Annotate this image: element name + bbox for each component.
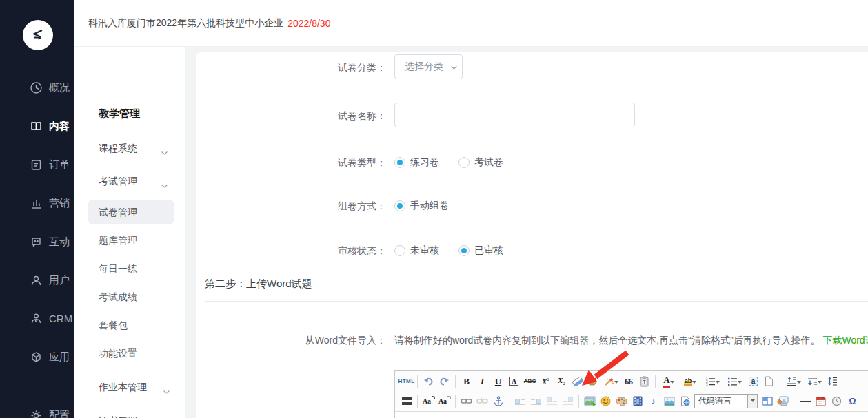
paper-name-input[interactable] [394, 103, 635, 127]
radio-practice-paper[interactable] [394, 157, 405, 168]
paper-category-select[interactable]: 选择分类 [394, 54, 463, 79]
float-right-icon[interactable] [560, 393, 576, 410]
radio-exam-paper[interactable] [458, 157, 470, 168]
inline-code-button[interactable]: a [745, 373, 761, 390]
undo-icon[interactable] [421, 373, 436, 390]
text-style-button[interactable]: A [506, 373, 522, 390]
subscript-button[interactable]: X2 [554, 373, 569, 390]
menu-group-label: 课程系统 [99, 143, 137, 155]
dropdown-caret[interactable] [670, 381, 674, 386]
sidebar-item-label: 概况 [49, 81, 70, 94]
indent-first-line-icon[interactable] [512, 393, 528, 410]
code-language-select[interactable]: 代码语言 [694, 394, 758, 408]
menu-item-daily-practice[interactable]: 每日一练 [99, 263, 137, 275]
menu-item-function-settings[interactable]: 功能设置 [99, 348, 137, 360]
dropdown-caret[interactable] [716, 381, 720, 386]
clean-broom-icon[interactable] [585, 373, 601, 390]
insert-table-icon[interactable] [759, 393, 775, 410]
boxed-a-icon: A [509, 377, 518, 386]
editor-toolbar-row2: Aa Aa ♪ [395, 391, 868, 411]
insert-gallery-icon[interactable] [661, 393, 677, 410]
highlight-color-button[interactable]: ab [679, 373, 701, 390]
menu-group-exam-management[interactable]: 考试管理 [99, 176, 137, 188]
menu-group-workbook-management[interactable]: 作业本管理 [99, 382, 147, 394]
special-char-omega-icon[interactable]: Ω [845, 393, 860, 410]
download-word-template-link[interactable]: 下载Word试 [822, 335, 868, 346]
sidebar-item-label: 用户 [49, 274, 70, 287]
insert-video-icon[interactable] [629, 393, 645, 410]
code-language-caret[interactable] [748, 394, 758, 408]
sidebar-item-users[interactable]: 用户 [0, 272, 74, 289]
radio-audited[interactable] [458, 245, 470, 256]
emoji-icon[interactable] [598, 393, 614, 410]
blockquote-button[interactable]: 66 [620, 373, 636, 390]
menu-section-teaching: 教学管理 [99, 107, 140, 121]
horizontal-rule-icon[interactable] [797, 393, 813, 410]
font-color-button[interactable]: A [658, 373, 679, 390]
menu-group-certificate-management[interactable]: 证书管理 [99, 415, 137, 418]
new-page-icon[interactable] [761, 373, 777, 390]
editor-content-area[interactable] [395, 411, 868, 418]
radio-manual-assemble[interactable] [394, 200, 405, 211]
sidebar-item-settings[interactable]: 配置 [0, 407, 74, 418]
menu-item-paper-management[interactable]: 试卷管理 [99, 207, 137, 219]
autotypeset-wand-icon[interactable] [601, 373, 620, 390]
menu-item-question-bank[interactable]: 题库管理 [99, 235, 137, 247]
sidebar-item-marketing[interactable]: 营销 [0, 195, 74, 211]
insert-link-icon[interactable] [458, 393, 474, 410]
insert-time-icon[interactable] [829, 393, 845, 410]
sidebar-item-crm[interactable]: CRM [0, 310, 74, 326]
dropdown-caret[interactable] [818, 381, 822, 386]
paste-as-text-icon[interactable]: T [636, 373, 652, 390]
justify-icon[interactable] [398, 393, 414, 410]
sidebar-item-overview[interactable]: 概况 [0, 79, 74, 96]
indent-left-icon[interactable] [528, 393, 544, 410]
menu-group-course-system[interactable]: 课程系统 [99, 143, 137, 155]
chevron-down-icon [450, 61, 458, 73]
ordered-list-button[interactable]: 123 [701, 373, 723, 390]
dropdown-caret[interactable] [738, 381, 742, 386]
strike-icon: ABC [524, 378, 536, 384]
primary-sidebar: 概况 内容 订单 营销 互动 用户 CRM 应用 [0, 0, 74, 418]
chevron-down-icon [161, 146, 168, 151]
interaction-icon [29, 235, 43, 249]
paragraph-spacing-top-icon[interactable] [783, 373, 804, 390]
italic-button[interactable]: I [474, 373, 490, 390]
html-source-button[interactable]: HTML [398, 373, 414, 390]
embed-page-icon[interactable] [677, 393, 693, 410]
float-left-icon[interactable] [544, 393, 560, 410]
sidebar-item-orders[interactable]: 订单 [0, 156, 74, 173]
sidebar-item-apps[interactable]: 应用 [0, 348, 74, 365]
to-lowercase-icon[interactable]: Aa [436, 393, 452, 410]
dropdown-caret[interactable] [692, 381, 696, 386]
superscript-button[interactable]: X2 [538, 373, 554, 390]
app-logo[interactable] [23, 20, 53, 50]
remove-format-eraser-icon[interactable] [569, 373, 585, 390]
to-uppercase-icon[interactable]: Aa [421, 393, 436, 410]
strikethrough-button[interactable]: ABC [522, 373, 538, 390]
menu-item-exam-scores[interactable]: 考试成绩 [99, 291, 137, 304]
baidu-map-icon[interactable] [775, 393, 791, 410]
unordered-list-button[interactable] [723, 373, 745, 390]
radio-not-audited[interactable] [394, 245, 405, 256]
insert-image-icon[interactable] [582, 393, 598, 410]
sidebar-item-interaction[interactable]: 互动 [0, 233, 74, 250]
insert-date-icon[interactable] [813, 393, 829, 410]
line-height-icon[interactable] [825, 373, 840, 390]
page-title: 科汛入库厦门市2022年第六批科技型中小企业 [88, 17, 283, 30]
radio-label: 已审核 [474, 244, 503, 257]
bold-button[interactable]: B [458, 373, 474, 390]
dropdown-caret[interactable] [797, 381, 801, 386]
redo-icon[interactable] [436, 373, 452, 390]
anchor-icon[interactable] [490, 393, 506, 410]
menu-item-package[interactable]: 套餐包 [99, 320, 128, 332]
paragraph-spacing-bottom-icon[interactable] [804, 373, 825, 390]
crm-icon [29, 311, 43, 325]
underline-button[interactable]: U [490, 373, 506, 390]
palette-icon[interactable] [614, 393, 629, 410]
dropdown-caret[interactable] [614, 381, 618, 386]
topbar: 科汛入库厦门市2022年第六批科技型中小企业 2022/8/30 [74, 0, 868, 47]
insert-music-icon[interactable]: ♪ [645, 393, 661, 410]
sidebar-item-label: 营销 [49, 197, 70, 210]
remove-link-icon[interactable] [474, 393, 490, 410]
